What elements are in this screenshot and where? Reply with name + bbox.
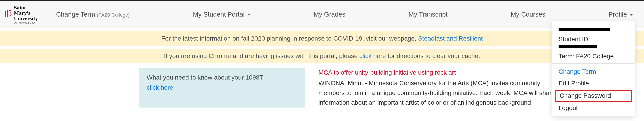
info-card-1098t: What you need to know about your 1098T c…: [139, 68, 305, 108]
nav-courses-label: My Courses: [510, 11, 545, 18]
banner-chrome-suffix: for directions to clear your cache.: [386, 52, 480, 60]
menu-change-term-label: Change Term: [558, 68, 596, 75]
info-card-text: What you need to know about your 1098T: [147, 72, 297, 83]
nav-change-term-paren: (FA20 College): [97, 12, 130, 18]
news-article: MCA to offer unity-building initiative u…: [318, 68, 560, 108]
banner-chrome-link[interactable]: click here: [360, 52, 386, 60]
banner-covid-text: For the latest information on fall 2020 …: [161, 35, 418, 42]
menu-change-term[interactable]: Change Term: [552, 66, 635, 78]
chevron-down-icon: [248, 14, 250, 16]
nav-student-portal-label: My Student Portal: [193, 11, 245, 18]
nav-profile-label: Profile: [608, 11, 627, 18]
nav-change-term-label: Change Term: [56, 11, 95, 18]
chevron-down-icon: [630, 14, 633, 16]
nav-grades-label: My Grades: [314, 11, 345, 18]
news-title: MCA to offer unity-building initiative u…: [318, 68, 560, 77]
profile-dropdown: Student ID: Term: FA20 College Change Te…: [552, 21, 635, 108]
banner-chrome-prefix: If you are using Chrome and are having i…: [164, 52, 360, 60]
redacted-name: [558, 28, 610, 31]
menu-change-password[interactable]: Change Password: [555, 90, 632, 102]
brand-logo[interactable]: Saint Mary's University OF MINNESOTA: [4, 5, 47, 24]
student-id-label: Student ID:: [558, 36, 590, 42]
nav-profile[interactable]: Profile: [608, 11, 633, 18]
info-card-link[interactable]: click here: [147, 84, 173, 91]
nav-student-portal[interactable]: My Student Portal: [193, 11, 250, 18]
nav-transcript[interactable]: My Transcript: [408, 11, 448, 18]
banner-covid: For the latest information on fall 2020 …: [0, 31, 644, 46]
banner-chrome: If you are using Chrome and are having i…: [0, 49, 644, 63]
profile-term-label: Term: FA20 College: [558, 53, 614, 60]
menu-change-password-label: Change Password: [560, 92, 611, 99]
nav-change-term[interactable]: Change Term (FA20 College): [56, 11, 130, 18]
brand-line1: Saint Mary's: [14, 5, 40, 16]
brand-sub: OF MINNESOTA: [14, 22, 40, 24]
profile-student-id-row: Student ID:: [552, 34, 635, 51]
profile-name-row: [552, 24, 635, 34]
content-row: What you need to know about your 1098T c…: [0, 63, 644, 108]
banner-covid-link[interactable]: Steadfast and Resilient: [418, 35, 483, 42]
logo-icon: [4, 10, 12, 19]
logo-text: Saint Mary's University OF MINNESOTA: [14, 5, 40, 24]
nav-transcript-label: My Transcript: [408, 11, 448, 18]
menu-edit-profile-label: Edit Profile: [558, 80, 589, 87]
redacted-student-id: [558, 45, 597, 48]
nav-courses[interactable]: My Courses: [510, 11, 545, 18]
top-navbar: Saint Mary's University OF MINNESOTA Cha…: [0, 0, 644, 28]
profile-term-row: Term: FA20 College: [552, 51, 635, 61]
dropdown-divider: [552, 64, 635, 64]
menu-edit-profile[interactable]: Edit Profile: [552, 78, 635, 89]
nav-grades[interactable]: My Grades: [314, 11, 345, 18]
news-body: WINONA, Minn. - Minnesota Conservatory f…: [318, 78, 560, 107]
menu-logout-label: Logout: [558, 104, 578, 108]
menu-logout[interactable]: Logout: [552, 102, 635, 108]
brand-line2: University: [14, 16, 40, 21]
